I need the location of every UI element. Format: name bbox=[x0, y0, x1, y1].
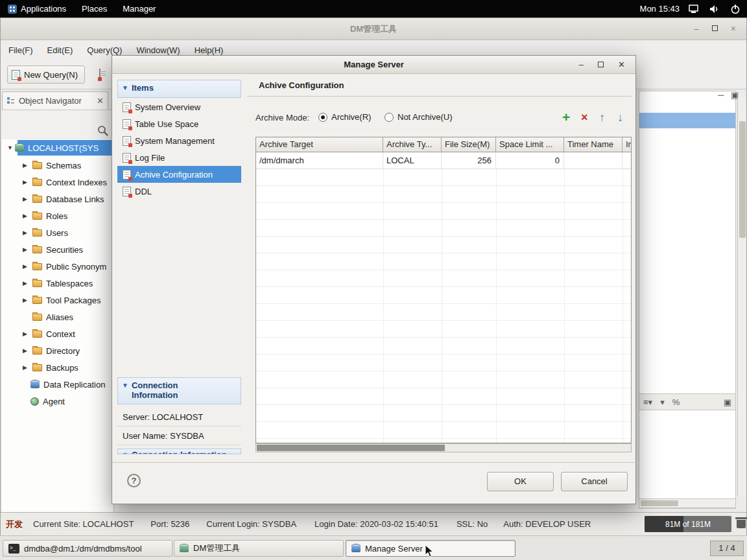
column-header-file-size[interactable]: File Size(M) bbox=[442, 137, 496, 152]
move-down-icon[interactable]: ↓ bbox=[617, 110, 623, 124]
tree-item-agent[interactable]: Agent bbox=[2, 393, 114, 410]
garbage-collect-icon[interactable] bbox=[737, 517, 746, 528]
tree-item-securities[interactable]: ▶Securities bbox=[2, 241, 114, 258]
tree-root-localhost[interactable]: ▼ LOCALHOST(SYS bbox=[2, 139, 114, 156]
menu-window[interactable]: Window(W) bbox=[136, 45, 180, 55]
tree-item-tool-packages[interactable]: ▶Tool Packages bbox=[2, 292, 114, 309]
navigator-filter-bar bbox=[2, 110, 114, 139]
new-query-icon bbox=[12, 70, 20, 80]
menu-file[interactable]: File(F) bbox=[8, 45, 33, 55]
menu-help[interactable]: Help(H) bbox=[195, 45, 224, 55]
search-icon[interactable] bbox=[97, 124, 110, 137]
tree-item-roles[interactable]: ▶Roles bbox=[2, 207, 114, 224]
expander-right-icon[interactable]: ▶ bbox=[23, 229, 30, 236]
scrollbar-thumb[interactable] bbox=[257, 445, 445, 451]
radio-archive[interactable]: Archive(R) bbox=[318, 112, 371, 122]
tree-item-directory[interactable]: ▶Directory bbox=[2, 342, 114, 359]
menu-edit[interactable]: Edit(E) bbox=[47, 45, 73, 55]
dm-tool-titlebar[interactable]: DM管理工具 bbox=[1, 18, 746, 40]
column-header-space-limit[interactable]: Space Limit ... bbox=[496, 137, 564, 152]
move-up-icon[interactable]: ↑ bbox=[599, 110, 605, 124]
dialog-item-ddl[interactable]: DDL bbox=[117, 183, 241, 200]
menu-query[interactable]: Query(Q) bbox=[87, 45, 122, 55]
places-menu[interactable]: Places bbox=[74, 0, 115, 18]
column-header-timer-name[interactable]: Timer Name bbox=[564, 137, 622, 152]
ok-button[interactable]: OK bbox=[487, 472, 554, 491]
tree-item-context-indexes[interactable]: ▶Context Indexes bbox=[2, 174, 114, 191]
percent-icon[interactable]: % bbox=[672, 397, 680, 407]
tree-item-tablespaces[interactable]: ▶Tablespaces bbox=[2, 275, 114, 292]
network-icon[interactable] bbox=[689, 5, 700, 14]
tree-item-backups[interactable]: ▶Backups bbox=[2, 359, 114, 376]
new-query-button[interactable]: New Query(N) bbox=[7, 65, 85, 84]
column-header-in[interactable]: In bbox=[622, 137, 632, 152]
expander-right-icon[interactable]: ▶ bbox=[23, 280, 30, 286]
expander-right-icon[interactable]: ▶ bbox=[23, 213, 30, 219]
expander-right-icon[interactable]: ▶ bbox=[23, 179, 30, 185]
connection-section-header[interactable]: ▼ Connection Information bbox=[117, 377, 241, 404]
items-header-label: Items bbox=[132, 83, 154, 93]
maximize-icon[interactable] bbox=[712, 25, 718, 31]
expander-right-icon[interactable]: ▶ bbox=[23, 331, 30, 337]
radio-not-archive-label: Not Archive(U) bbox=[397, 112, 453, 122]
tree-item-context[interactable]: ▶Context bbox=[2, 325, 114, 342]
expander-right-icon[interactable]: ▶ bbox=[23, 297, 30, 303]
toolbar-extra-icon[interactable] bbox=[99, 69, 101, 80]
help-icon[interactable]: ? bbox=[127, 474, 141, 487]
tree-item-users[interactable]: ▶Users bbox=[2, 224, 114, 241]
column-header-archive-target[interactable]: Archive Target bbox=[256, 137, 383, 152]
tab-close-icon[interactable]: ✕ bbox=[97, 96, 104, 106]
taskbar-window-dm-tool[interactable]: DM管理工具 bbox=[174, 540, 344, 557]
minimize-icon[interactable]: – bbox=[694, 23, 699, 34]
cancel-button[interactable]: Cancel bbox=[561, 472, 628, 491]
folder-icon bbox=[32, 331, 42, 338]
close-icon[interactable]: × bbox=[731, 23, 736, 34]
expander-right-icon[interactable]: ▶ bbox=[23, 246, 30, 253]
tree-item-database-links[interactable]: ▶Database Links bbox=[2, 191, 114, 207]
editor-vertical-scrollbar[interactable] bbox=[737, 98, 746, 496]
dialog-titlebar[interactable]: Manage Server bbox=[112, 56, 635, 74]
items-section-header[interactable]: ▼ Items bbox=[117, 80, 241, 98]
dialog-item-log-file[interactable]: Log File bbox=[117, 149, 241, 166]
object-navigator-tab[interactable]: Object Navigator ✕ bbox=[2, 91, 108, 110]
dialog-close-icon[interactable]: ✕ bbox=[618, 60, 625, 69]
workspace-switcher[interactable]: 1 / 4 bbox=[710, 541, 744, 556]
dialog-item-table-use-space[interactable]: Table Use Space bbox=[117, 115, 241, 132]
power-icon[interactable] bbox=[730, 4, 741, 14]
column-header-archive-type[interactable]: Archive Ty... bbox=[383, 137, 442, 152]
expander-down-icon[interactable]: ▼ bbox=[7, 145, 15, 151]
list-dropdown-icon[interactable]: ≡▾ bbox=[643, 397, 652, 407]
delete-icon[interactable]: × bbox=[581, 110, 588, 124]
dropdown-icon[interactable]: ▾ bbox=[660, 397, 665, 407]
pane-restore-icon[interactable]: ▣ bbox=[724, 397, 731, 407]
dialog-maximize-icon[interactable] bbox=[598, 62, 604, 67]
expander-right-icon[interactable]: ▶ bbox=[23, 162, 30, 169]
dialog-item-achive-configuration[interactable]: Achive Configuration bbox=[117, 166, 241, 183]
pane-minimize-icon[interactable]: ─ bbox=[718, 90, 724, 100]
applications-label: Applications bbox=[21, 4, 66, 14]
tree-item-public-synonym[interactable]: ▶Public Synonym bbox=[2, 258, 114, 275]
expander-right-icon[interactable]: ▶ bbox=[23, 347, 30, 354]
dialog-item-system-management[interactable]: System Management bbox=[117, 132, 241, 149]
tree-item-data-replication[interactable]: Data Replication bbox=[2, 376, 114, 393]
radio-not-archive[interactable]: Not Archive(U) bbox=[385, 112, 453, 122]
archive-mode-label: Archive Mode: bbox=[255, 113, 309, 122]
page-icon bbox=[123, 153, 131, 163]
dialog-minimize-icon[interactable]: – bbox=[579, 60, 584, 69]
expander-right-icon[interactable]: ▶ bbox=[23, 263, 30, 270]
volume-icon[interactable] bbox=[709, 5, 721, 14]
taskbar-window-terminal[interactable]: >_ dmdba@dm1:/dm/dmdbms/tool bbox=[3, 540, 172, 557]
table-horizontal-scrollbar[interactable] bbox=[255, 443, 632, 452]
tree-item-schemas[interactable]: ▶Schemas bbox=[2, 157, 114, 174]
radio-unselected-icon bbox=[385, 113, 394, 122]
clock[interactable]: Mon 15:43 bbox=[640, 4, 680, 14]
manager-menu[interactable]: Manager bbox=[115, 0, 163, 18]
expander-right-icon[interactable]: ▶ bbox=[23, 364, 30, 371]
add-icon[interactable]: + bbox=[562, 110, 570, 124]
editor-horizontal-scrollbar[interactable] bbox=[639, 498, 736, 508]
applications-menu[interactable]: Applications bbox=[0, 0, 74, 18]
expander-right-icon[interactable]: ▶ bbox=[23, 196, 30, 202]
tree-item-aliases[interactable]: Aliases bbox=[2, 309, 114, 325]
dialog-item-system-overview[interactable]: System Overview bbox=[117, 99, 241, 115]
manager-label: Manager bbox=[123, 4, 156, 14]
